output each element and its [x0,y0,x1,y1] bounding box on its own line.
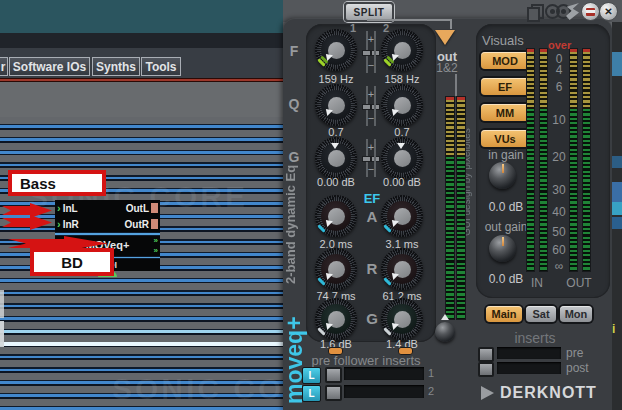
q-link-slider[interactable]: + − [363,86,379,126]
edge-fragment-1 [0,290,4,318]
port-out-r[interactable]: OutR [125,219,149,230]
insert-slot-1[interactable] [344,367,424,380]
output-port-icon[interactable] [151,203,158,213]
right-edge-patch [612,52,622,76]
ef-gain-knob-ch1[interactable] [315,298,357,340]
link-handle[interactable] [362,50,371,56]
insert-post-label: post [566,361,589,375]
meter-tick-60: 60 [548,243,570,257]
release-knob-ch1[interactable] [315,248,357,290]
meter-in-label: IN [527,276,547,290]
edge-fragment-2 [0,321,4,347]
insert-enable-button-2[interactable] [325,385,342,401]
visuals-mod-button[interactable]: MOD [481,52,529,69]
ef-gain-knob-ch2[interactable] [381,298,423,340]
link-l-button-2[interactable]: L [302,385,321,402]
gain-link-slider[interactable]: + − [363,139,379,177]
brand-arrow-icon [481,386,494,400]
meter-tick-20: 20 [548,150,570,164]
monitor-main-button[interactable]: Main [486,306,522,322]
insert-pre-slot[interactable] [497,347,561,359]
vu-meter-out-r [583,49,590,271]
annotation-bass-label: Bass [20,175,56,192]
out-gain-value: 0.0 dB [478,272,534,286]
visuals-ef-button[interactable]: EF [481,78,529,95]
meter-scale-pointer-icon [441,314,449,320]
input-port-icon[interactable]: › [57,219,61,229]
insert-enable-button-1[interactable] [325,367,342,383]
ef-meter-scale-knob[interactable] [435,322,455,342]
brand-logo: DERKNOTT [500,384,600,402]
visuals-mm-button[interactable]: MM [481,104,529,121]
label-release: R [362,260,382,277]
attack-knob-ch2[interactable] [381,195,423,237]
gain-knob-ch2[interactable] [381,137,423,179]
background-watermark-2: SONIC CORE [112,372,283,406]
link-handle[interactable] [371,50,380,56]
tab-software-ios[interactable]: Software IOs [9,57,90,76]
right-edge-patch [612,182,622,202]
link-l-button-1[interactable]: L [302,367,321,384]
tab-tools[interactable]: Tools [141,57,181,76]
insert-slot-2-number: 2 [428,385,434,397]
q-knob-ch1[interactable] [315,84,357,126]
tab-partial[interactable]: r [0,57,8,76]
in-gain-value: 0.0 dB [478,200,534,214]
gain-knob-ch1[interactable] [315,137,357,179]
pages-icon[interactable] [527,4,542,19]
insert-slot-2[interactable] [344,385,424,398]
freq-knob-ch2[interactable] [381,29,423,71]
right-edge-patch [612,202,622,215]
vu-meter-in-r [540,49,547,271]
input-port-icon[interactable]: › [57,203,61,213]
insert-post-button[interactable] [478,362,494,377]
label-f: F [286,43,302,59]
out-gain-knob[interactable] [489,235,516,262]
insert-pre-button[interactable] [478,347,494,362]
annotation-bass-box: Bass [8,170,106,196]
visuals-vus-button[interactable]: VUs [481,130,529,147]
bright-cable-2 [0,342,283,346]
monitor-sat-button[interactable]: Sat [526,306,556,322]
inserts-title: inserts [505,330,565,346]
out-channels-label: 1&2 [431,61,463,75]
meter-tick-6: 6 [548,80,570,94]
daw-dark-band [0,33,283,48]
minimize-icon[interactable] [581,2,600,21]
right-edge-patch [612,217,622,229]
ef-section-label: EF [360,191,384,206]
port-out-l[interactable]: OutL [126,203,149,214]
port-in-l[interactable]: InL [63,203,78,214]
bright-cable-1 [0,330,283,333]
tab-synths[interactable]: Synths [92,57,140,76]
in-gain-knob[interactable] [489,162,516,189]
output-port-icon[interactable] [151,219,158,229]
attack-knob-ch1[interactable] [315,195,357,237]
right-edge-window [612,22,622,410]
link-handle[interactable] [362,156,371,162]
insert-slot-1-number: 1 [428,367,434,379]
release-knob-ch2[interactable] [381,248,423,290]
close-icon[interactable]: ✕ [599,2,618,21]
ef-meter-ch2 [457,97,465,319]
q-knob-ch2[interactable] [381,84,423,126]
freq-link-slider[interactable]: + − [363,31,379,73]
freq-knob-ch1[interactable] [315,29,357,71]
out-meter-connector [455,74,457,96]
daw-background: r Software IOs Synths Tools SONIC CORE S… [0,0,283,410]
link-handle[interactable] [371,156,380,162]
meter-tick-50: 50 [548,225,570,239]
port-in-r[interactable]: InR [63,219,79,230]
gain-value-ch2: 0.00 dB [372,176,432,188]
ef-meter-ch1 [446,97,454,319]
meter-out-label: OUT [564,276,594,290]
meter-tick-inf: ∞ [548,259,570,273]
monitor-mon-button[interactable]: Mon [560,306,592,322]
link-handle[interactable] [371,104,380,110]
link-handle[interactable] [362,104,371,110]
annotation-bd-label: BD [61,254,83,271]
module-io-block: › InL OutL › InR OutR [55,200,160,232]
meter-tick-40: 40 [548,205,570,219]
insert-post-slot[interactable] [497,362,561,374]
right-edge-info-glyph: i [612,322,615,336]
